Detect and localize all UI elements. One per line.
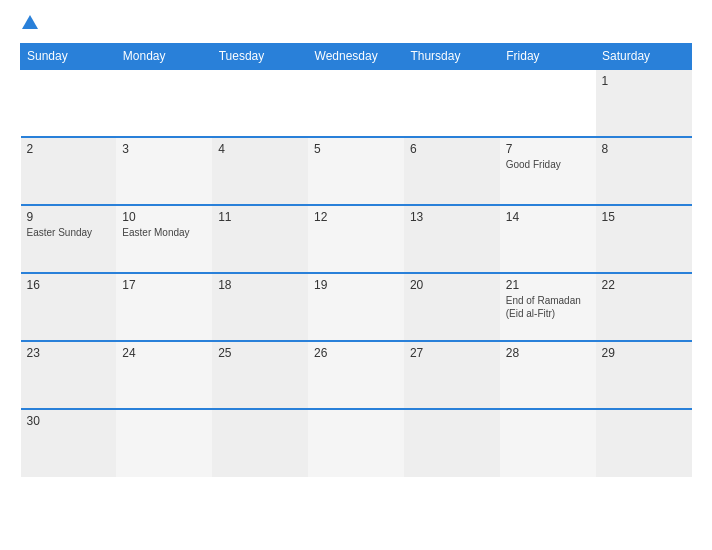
day-number: 21: [506, 278, 590, 292]
calendar-cell: 27: [404, 341, 500, 409]
calendar-cell: 23: [21, 341, 117, 409]
weekday-header-row: SundayMondayTuesdayWednesdayThursdayFrid…: [21, 44, 692, 70]
calendar-table: SundayMondayTuesdayWednesdayThursdayFrid…: [20, 43, 692, 477]
calendar-cell: 3: [116, 137, 212, 205]
calendar-week-row: 161718192021End of Ramadan (Eid al-Fitr)…: [21, 273, 692, 341]
day-number: 15: [602, 210, 686, 224]
calendar-week-row: 234567Good Friday8: [21, 137, 692, 205]
day-event: Easter Sunday: [27, 226, 111, 239]
day-number: 16: [27, 278, 111, 292]
calendar-cell: 6: [404, 137, 500, 205]
calendar-cell: [500, 69, 596, 137]
day-number: 19: [314, 278, 398, 292]
day-event: Easter Monday: [122, 226, 206, 239]
day-number: 24: [122, 346, 206, 360]
calendar-cell: 14: [500, 205, 596, 273]
weekday-header-thursday: Thursday: [404, 44, 500, 70]
weekday-header-sunday: Sunday: [21, 44, 117, 70]
calendar-cell: 19: [308, 273, 404, 341]
day-number: 22: [602, 278, 686, 292]
day-number: 28: [506, 346, 590, 360]
weekday-header-wednesday: Wednesday: [308, 44, 404, 70]
calendar-cell: 5: [308, 137, 404, 205]
calendar-cell: [116, 409, 212, 477]
calendar-cell: 8: [596, 137, 692, 205]
calendar-cell: 25: [212, 341, 308, 409]
day-number: 23: [27, 346, 111, 360]
day-number: 11: [218, 210, 302, 224]
day-number: 1: [602, 74, 686, 88]
day-number: 10: [122, 210, 206, 224]
calendar-cell: 29: [596, 341, 692, 409]
calendar-cell: [308, 69, 404, 137]
day-number: 6: [410, 142, 494, 156]
calendar-cell: [308, 409, 404, 477]
calendar-week-row: 1: [21, 69, 692, 137]
day-number: 27: [410, 346, 494, 360]
calendar-cell: 26: [308, 341, 404, 409]
calendar-cell: 15: [596, 205, 692, 273]
calendar-cell: 16: [21, 273, 117, 341]
day-number: 26: [314, 346, 398, 360]
calendar-cell: 20: [404, 273, 500, 341]
day-number: 30: [27, 414, 111, 428]
calendar-cell: 28: [500, 341, 596, 409]
calendar-cell: 22: [596, 273, 692, 341]
calendar-cell: 21End of Ramadan (Eid al-Fitr): [500, 273, 596, 341]
day-number: 9: [27, 210, 111, 224]
calendar-cell: [21, 69, 117, 137]
day-number: 13: [410, 210, 494, 224]
calendar-week-row: 9Easter Sunday10Easter Monday1112131415: [21, 205, 692, 273]
calendar-cell: 1: [596, 69, 692, 137]
day-event: End of Ramadan (Eid al-Fitr): [506, 294, 590, 320]
weekday-header-saturday: Saturday: [596, 44, 692, 70]
day-number: 17: [122, 278, 206, 292]
day-number: 3: [122, 142, 206, 156]
calendar-page: SundayMondayTuesdayWednesdayThursdayFrid…: [0, 0, 712, 550]
calendar-week-row: 23242526272829: [21, 341, 692, 409]
calendar-cell: 2: [21, 137, 117, 205]
day-number: 2: [27, 142, 111, 156]
logo-triangle-icon: [22, 15, 38, 29]
day-number: 29: [602, 346, 686, 360]
weekday-header-friday: Friday: [500, 44, 596, 70]
calendar-cell: [212, 69, 308, 137]
calendar-cell: [500, 409, 596, 477]
calendar-cell: 4: [212, 137, 308, 205]
weekday-header-tuesday: Tuesday: [212, 44, 308, 70]
calendar-cell: 17: [116, 273, 212, 341]
calendar-week-row: 30: [21, 409, 692, 477]
page-header: [20, 15, 692, 31]
weekday-header-monday: Monday: [116, 44, 212, 70]
day-number: 12: [314, 210, 398, 224]
calendar-cell: 9Easter Sunday: [21, 205, 117, 273]
day-number: 20: [410, 278, 494, 292]
calendar-cell: 10Easter Monday: [116, 205, 212, 273]
day-number: 14: [506, 210, 590, 224]
day-number: 7: [506, 142, 590, 156]
calendar-cell: 24: [116, 341, 212, 409]
calendar-cell: [212, 409, 308, 477]
day-number: 18: [218, 278, 302, 292]
calendar-cell: 30: [21, 409, 117, 477]
calendar-cell: 7Good Friday: [500, 137, 596, 205]
logo: [20, 15, 40, 31]
calendar-cell: [116, 69, 212, 137]
calendar-cell: 12: [308, 205, 404, 273]
calendar-cell: 18: [212, 273, 308, 341]
day-number: 8: [602, 142, 686, 156]
day-number: 4: [218, 142, 302, 156]
calendar-cell: 11: [212, 205, 308, 273]
day-number: 25: [218, 346, 302, 360]
calendar-cell: [404, 409, 500, 477]
calendar-cell: [404, 69, 500, 137]
calendar-cell: 13: [404, 205, 500, 273]
day-number: 5: [314, 142, 398, 156]
day-event: Good Friday: [506, 158, 590, 171]
calendar-cell: [596, 409, 692, 477]
